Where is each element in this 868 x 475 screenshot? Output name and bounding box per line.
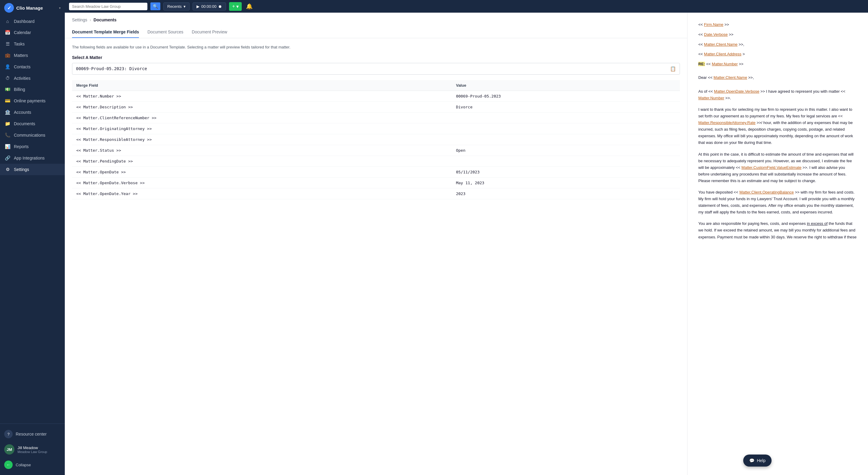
table-row: << Matter.Status >> Open xyxy=(72,145,680,156)
contacts-icon: 👤 xyxy=(5,64,10,70)
search-button[interactable]: 🔍 xyxy=(150,2,160,10)
dashboard-icon: ⌂ xyxy=(5,19,10,24)
operating-balance-link[interactable]: Matter.Client.OperatingBalance xyxy=(739,190,794,195)
tab-sources[interactable]: Document Sources xyxy=(147,27,183,38)
recents-button[interactable]: Recents ▾ xyxy=(163,2,190,10)
description-text: The following fields are available for u… xyxy=(72,44,680,50)
settings-icon: ⚙ xyxy=(5,167,10,172)
user-org: Meadow Law Group xyxy=(18,450,61,454)
doc-para4: You have deposited << Matter.Client.Oper… xyxy=(698,189,857,215)
matter-number-link2[interactable]: Matter.Number xyxy=(698,96,724,100)
table-row: << Matter.Number >> 00069-Proud-05.2023 xyxy=(72,91,680,101)
col-merge-field: Merge Field xyxy=(72,80,452,91)
sidebar-item-label: Calendar xyxy=(14,30,31,35)
resource-center-label: Resource center xyxy=(16,432,47,437)
merge-fields-table: Merge Field Value << Matter.Number >> 00… xyxy=(72,80,680,199)
sidebar-item-label: Activities xyxy=(14,76,30,81)
avatar: JM xyxy=(4,444,14,454)
sidebar-item-communications[interactable]: 📞Communications xyxy=(0,129,65,141)
merge-field-cell: << Matter.OpenDate.Verbose >> xyxy=(72,177,452,188)
help-button[interactable]: 💬 Help xyxy=(743,454,772,467)
timer-button[interactable]: ▶ 00:00:00 ⏺ xyxy=(193,2,226,10)
add-button[interactable]: + ▾ xyxy=(229,2,241,11)
doc-date-verbose: << Date.Verbose >> xyxy=(698,32,857,38)
sidebar-item-matters[interactable]: 💼Matters xyxy=(0,50,65,61)
breadcrumb-separator: › xyxy=(90,18,91,22)
sidebar-item-settings[interactable]: ⚙Settings xyxy=(0,164,65,175)
firm-name-link[interactable]: Firm.Name xyxy=(704,22,723,27)
sidebar-item-label: Tasks xyxy=(14,41,25,46)
table-row: << Matter.Description >> Divorce xyxy=(72,101,680,112)
table-row: << Matter.ResponsibleAttorney >> xyxy=(72,134,680,145)
doc-firm-name: << Firm.Name >> xyxy=(698,22,857,28)
field-value-cell: May 11, 2023 xyxy=(452,177,680,188)
sidebar-item-documents[interactable]: 📁Documents xyxy=(0,118,65,129)
dear-client-name-link[interactable]: Matter.Client.Name xyxy=(714,75,747,80)
content-area: Settings › Documents Document Template M… xyxy=(65,13,868,475)
collapse-button[interactable]: ← Collapse xyxy=(0,457,65,472)
merge-field-cell: << Matter.PendingDate >> xyxy=(72,156,452,166)
help-icon: 💬 xyxy=(749,458,754,463)
date-verbose-link[interactable]: Date.Verbose xyxy=(704,32,728,37)
topbar: 🔍 Recents ▾ ▶ 00:00:00 ⏺ + ▾ 🔔 xyxy=(65,0,868,13)
sidebar-item-label: Accounts xyxy=(14,110,31,115)
doc-para5: You are also responsible for paying fees… xyxy=(698,220,857,240)
field-value-cell: 05/11/2023 xyxy=(452,166,680,177)
app-name: Clio Manage xyxy=(16,5,43,10)
table-body: << Matter.Number >> 00069-Proud-05.2023 … xyxy=(72,91,680,199)
breadcrumb-parent[interactable]: Settings xyxy=(72,18,87,22)
merge-field-cell: << Matter.Number >> xyxy=(72,91,452,101)
sidebar-item-app-integrations[interactable]: 🔗App Integrations xyxy=(0,152,65,164)
sidebar-item-label: Dashboard xyxy=(14,19,35,24)
matter-number-link[interactable]: Matter.Number xyxy=(712,62,738,66)
tab-merge-fields[interactable]: Document Template Merge Fields xyxy=(72,27,139,38)
doc-para2: I want to thank you for selecting my law… xyxy=(698,106,857,146)
table-row: << Matter.OriginatingAttorney >> xyxy=(72,123,680,134)
search-input[interactable] xyxy=(72,4,144,9)
merge-field-cell: << Matter.ResponsibleAttorney >> xyxy=(72,134,452,145)
matter-select-icon: 📋 xyxy=(670,66,676,72)
sidebar-item-billing[interactable]: 💵Billing xyxy=(0,84,65,95)
merge-field-cell: << Matter.OriginatingAttorney >> xyxy=(72,123,452,134)
user-name: Jill Meadow xyxy=(18,445,61,450)
user-profile-button[interactable]: JM Jill Meadow Meadow Law Group xyxy=(0,441,65,457)
sidebar-item-tasks[interactable]: ☰Tasks xyxy=(0,38,65,50)
selected-matter: 00069-Proud-05.2023: Divorce xyxy=(76,66,670,71)
select-matter-label: Select A Matter xyxy=(72,55,680,60)
panel-content: The following fields are available for u… xyxy=(65,38,687,475)
collapse-icon: ← xyxy=(4,461,13,469)
clio-logo-icon: ✓ xyxy=(4,3,14,13)
sidebar-item-label: Online payments xyxy=(14,98,45,103)
attorney-rate-link[interactable]: Matter.ResponsibleAttorney.Rate xyxy=(698,121,755,125)
sidebar-item-calendar[interactable]: 📅Calendar xyxy=(0,27,65,38)
re-label: RE: xyxy=(698,62,705,66)
merge-field-cell: << Matter.OpenDate >> xyxy=(72,166,452,177)
matter-select-box[interactable]: 00069-Proud-05.2023: Divorce 📋 xyxy=(72,63,680,75)
open-date-verbose-link[interactable]: Matter.OpenDate.Verbose xyxy=(714,89,759,94)
app-logo[interactable]: ✓ Clio Manage ▾ xyxy=(0,0,65,15)
value-estimate-link[interactable]: Matter.CustomField.ValueEstimate xyxy=(741,165,801,170)
sidebar-item-dashboard[interactable]: ⌂Dashboard xyxy=(0,15,65,27)
sidebar-item-activities[interactable]: ⏱Activities xyxy=(0,72,65,84)
activities-icon: ⏱ xyxy=(5,75,10,81)
doc-re-line: RE: << Matter.Number >> xyxy=(698,61,857,67)
doc-dear-line: Dear << Matter.Client.Name >>, xyxy=(698,75,857,81)
collapse-label: Collapse xyxy=(16,463,31,467)
sidebar-item-contacts[interactable]: 👤Contacts xyxy=(0,61,65,72)
sidebar-item-reports[interactable]: 📊Reports xyxy=(0,141,65,152)
client-address-link[interactable]: Matter.Client.Address xyxy=(704,52,741,56)
merge-field-cell: << Matter.Status >> xyxy=(72,145,452,156)
breadcrumb: Settings › Documents xyxy=(65,13,687,22)
client-name-link[interactable]: Matter.Client.Name xyxy=(704,42,738,47)
tab-preview[interactable]: Document Preview xyxy=(192,27,227,38)
resource-center-button[interactable]: ? Resource center xyxy=(0,427,65,441)
search-box[interactable] xyxy=(69,3,147,10)
notifications-button[interactable]: 🔔 xyxy=(245,2,254,11)
doc-para1: As of << Matter.OpenDate.Verbose >> I ha… xyxy=(698,88,857,101)
sidebar-item-online-payments[interactable]: 💳Online payments xyxy=(0,95,65,107)
tab-list: Document Template Merge FieldsDocument S… xyxy=(72,27,236,38)
field-value-cell: 2023 xyxy=(452,188,680,199)
app-menu-chevron: ▾ xyxy=(59,6,61,10)
sidebar-item-accounts[interactable]: 🏦Accounts xyxy=(0,107,65,118)
resource-center-icon: ? xyxy=(4,430,13,438)
